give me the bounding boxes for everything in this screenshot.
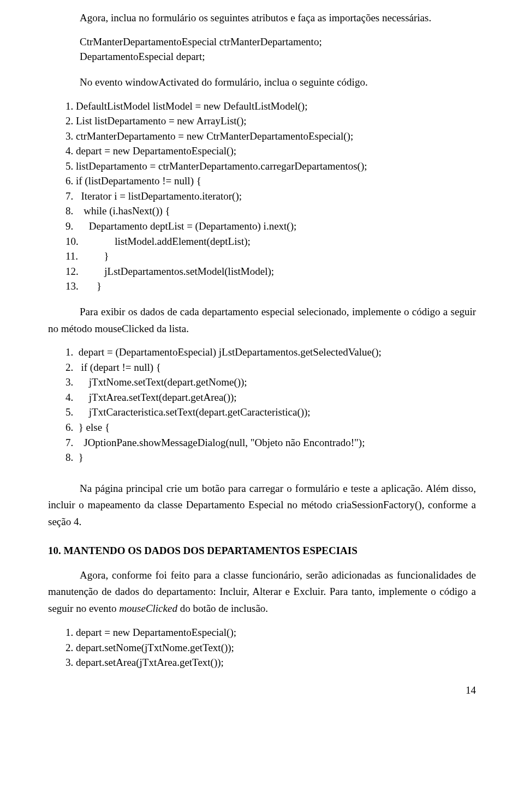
paragraph-mouseclicked-list: Para exibir os dados de cada departament…	[48, 304, 476, 338]
code-line: 5. listDepartamento = ctrManterDepartame…	[66, 159, 476, 174]
code-line: 6. } else {	[66, 420, 476, 435]
code-block-3: 1. depart = new DepartamentoEspecial();2…	[66, 625, 476, 670]
code-line: 2. if (depart != null) {	[66, 360, 476, 375]
code-line: 12. jLstDepartamentos.setModel(listModel…	[66, 264, 476, 279]
paragraph-windowactivated: No evento windowActivated do formulário,…	[48, 74, 476, 91]
code-line: 3. ctrManterDepartamento = new CtrManter…	[66, 129, 476, 144]
code-line: DepartamentoEspecial depart;	[80, 49, 476, 64]
code-line: 6. if (listDepartamento != null) {	[66, 173, 476, 189]
code-line: 9. Departamento deptList = (Departamento…	[66, 219, 476, 234]
italic-mouseclicked: mouseClicked	[119, 603, 177, 614]
paragraph-test-app: Na página principal crie um botão para c…	[48, 480, 476, 531]
code-line: 7. Iterator i = listDepartamento.iterato…	[66, 189, 476, 204]
spacer	[48, 475, 476, 480]
code-line: 1. DefaultListModel listModel = new Defa…	[66, 99, 476, 114]
page-container: Agora, inclua no formulário os seguintes…	[0, 0, 524, 715]
text-span: do botão de inclusão.	[177, 603, 268, 614]
paragraph-maintenance: Agora, conforme foi feito para a classe …	[48, 567, 476, 617]
section-heading-10: 10. MANTENDO OS DADOS DOS DEPARTAMENTOS …	[48, 543, 476, 560]
code-block-1: 1. DefaultListModel listModel = new Defa…	[66, 99, 476, 294]
code-line: 5. jTxtCaracteristica.setText(depart.get…	[66, 405, 476, 420]
code-line: 2. List listDepartamento = new ArrayList…	[66, 113, 476, 129]
code-line: 11. }	[66, 249, 476, 264]
code-line: 10. listModel.addElement(deptList);	[66, 234, 476, 249]
declaration-block-1: CtrManterDepartamentoEspecial ctrManterD…	[80, 34, 476, 64]
code-line: 3. jTxtNome.setText(depart.getNome());	[66, 375, 476, 390]
code-line: 13. }	[66, 279, 476, 294]
code-line: 2. depart.setNome(jTxtNome.getText());	[66, 640, 476, 655]
code-line: 4. depart = new DepartamentoEspecial();	[66, 143, 476, 159]
code-line: 4. jTxtArea.setText(depart.getArea());	[66, 390, 476, 405]
code-line: 1. depart = (DepartamentoEspecial) jLstD…	[66, 345, 476, 360]
code-line: 7. JOptionPane.showMessageDialog(null, "…	[66, 435, 476, 450]
page-number: 14	[48, 682, 476, 699]
code-block-2: 1. depart = (DepartamentoEspecial) jLstD…	[66, 345, 476, 465]
paragraph-intro: Agora, inclua no formulário os seguintes…	[48, 10, 476, 27]
code-line: CtrManterDepartamentoEspecial ctrManterD…	[80, 34, 476, 50]
code-line: 8. while (i.hasNext()) {	[66, 203, 476, 219]
code-line: 1. depart = new DepartamentoEspecial();	[66, 625, 476, 640]
code-line: 3. depart.setArea(jTxtArea.getText());	[66, 655, 476, 670]
code-line: 8. }	[66, 450, 476, 465]
